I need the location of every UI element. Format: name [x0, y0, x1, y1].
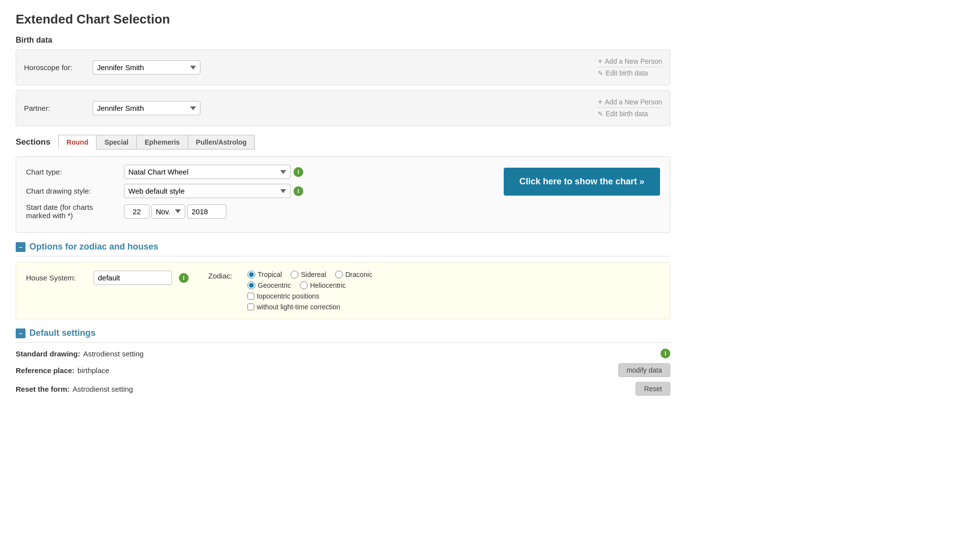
tropical-label: Tropical	[258, 271, 282, 278]
date-month-select[interactable]: Jan. Feb. Mar. Apr. May Jun. Jul. Aug. S…	[151, 204, 185, 219]
topocentric-label: topocentric positions	[257, 292, 319, 300]
chart-style-label: Chart drawing style:	[26, 187, 124, 195]
birth-data-label: Birth data	[16, 36, 670, 45]
date-day-input[interactable]	[124, 204, 149, 219]
plus-icon-2: +	[598, 98, 602, 106]
chart-type-select[interactable]: Natal Chart Wheel	[124, 165, 291, 179]
reset-form-label: Reset the form:	[16, 385, 70, 393]
chart-style-select[interactable]: Web default style	[124, 184, 291, 198]
standard-drawing-value: Astrodienst setting	[83, 350, 658, 358]
horoscope-row: Horoscope for: Jennifer Smith + Add a Ne…	[16, 50, 670, 85]
sections-header: Sections Round Special Ephemeris Pullen/…	[16, 135, 670, 150]
zodiac-options-col: Tropical Sidereal Draconic	[247, 271, 372, 311]
tab-special[interactable]: Special	[96, 135, 136, 150]
zodiac-section: Zodiac: Tropical Sidereal	[208, 271, 372, 311]
no-light-correction-label: without light-time correction	[257, 303, 340, 311]
reset-button[interactable]: Reset	[636, 382, 670, 396]
topocentric-option[interactable]: topocentric positions	[247, 292, 372, 300]
zodiac-houses-title: Options for zodiac and houses	[29, 242, 158, 252]
partner-actions: + Add a New Person ✎ Edit birth data	[598, 98, 662, 119]
heliocentric-label: Heliocentric	[310, 281, 346, 289]
draconic-radio[interactable]	[335, 271, 343, 278]
zodiac-label: Zodiac:	[208, 271, 238, 311]
partner-label: Partner:	[24, 104, 93, 112]
plus-icon-1: +	[598, 57, 602, 66]
house-system-label: House System:	[26, 274, 90, 282]
sections-config: Chart type: Natal Chart Wheel i Chart dr…	[16, 156, 670, 233]
zodiac-options-container: House System: default i Zodiac: Tropical	[26, 271, 660, 311]
draconic-option[interactable]: Draconic	[335, 271, 372, 278]
zodiac-houses-header: – Options for zodiac and houses	[16, 242, 670, 256]
reference-place-label: Reference place:	[16, 366, 74, 375]
horoscope-actions: + Add a New Person ✎ Edit birth data	[598, 57, 662, 78]
chart-type-label: Chart type:	[26, 168, 124, 176]
reference-place-value: birthplace	[77, 366, 599, 375]
tab-round[interactable]: Round	[58, 135, 96, 150]
no-light-correction-checkbox[interactable]	[247, 303, 254, 310]
edit-icon-1: ✎	[598, 70, 603, 77]
geocentric-option[interactable]: Geocentric	[247, 281, 291, 289]
sections-area: Sections Round Special Ephemeris Pullen/…	[16, 135, 670, 233]
page-title: Extended Chart Selection	[16, 12, 670, 27]
modify-data-button[interactable]: modify data	[618, 363, 670, 377]
zodiac-houses-section: – Options for zodiac and houses House Sy…	[16, 242, 670, 319]
start-date-label: Start date (for chartsmarked with *)	[26, 203, 124, 220]
zodiac-row-2: Geocentric Heliocentric	[247, 281, 372, 289]
tabs-container: Round Special Ephemeris Pullen/Astrolog	[58, 135, 255, 150]
reference-place-row: Reference place: birthplace modify data	[16, 363, 670, 377]
default-settings-header: – Default settings	[16, 328, 670, 343]
sidereal-radio[interactable]	[291, 271, 298, 278]
partner-select[interactable]: Jennifer Smith	[93, 101, 200, 115]
zodiac-row-1: Tropical Sidereal Draconic	[247, 271, 372, 278]
standard-drawing-info-icon[interactable]: i	[661, 349, 670, 358]
no-light-correction-option[interactable]: without light-time correction	[247, 303, 372, 311]
topocentric-checkbox[interactable]	[247, 293, 254, 300]
edit-icon-2: ✎	[598, 110, 603, 118]
house-system-select[interactable]: default	[94, 271, 172, 285]
heliocentric-radio[interactable]	[300, 281, 308, 289]
reset-form-row: Reset the form: Astrodienst setting Rese…	[16, 382, 670, 396]
chart-style-info-icon[interactable]: i	[294, 186, 303, 196]
draconic-label: Draconic	[345, 271, 372, 278]
date-year-input[interactable]	[187, 204, 226, 219]
house-system-row: House System: default i	[26, 271, 189, 285]
show-chart-button[interactable]: Click here to show the chart »	[504, 168, 660, 196]
standard-drawing-row: Standard drawing: Astrodienst setting i	[16, 349, 670, 358]
sidereal-label: Sidereal	[301, 271, 326, 278]
house-system-info-icon[interactable]: i	[179, 273, 189, 283]
edit-birth-data-link-2[interactable]: ✎ Edit birth data	[598, 110, 662, 119]
geocentric-label: Geocentric	[258, 281, 291, 289]
date-inputs: Jan. Feb. Mar. Apr. May Jun. Jul. Aug. S…	[124, 204, 226, 219]
start-date-row: Start date (for chartsmarked with *) Jan…	[26, 203, 484, 220]
chart-fields: Chart type: Natal Chart Wheel i Chart dr…	[26, 165, 484, 225]
reset-form-value: Astrodienst setting	[73, 385, 616, 393]
chart-style-row: Chart drawing style: Web default style i	[26, 184, 484, 198]
sections-label: Sections	[16, 137, 50, 147]
tab-pullen[interactable]: Pullen/Astrolog	[188, 135, 255, 150]
chart-type-row: Chart type: Natal Chart Wheel i	[26, 165, 484, 179]
standard-drawing-label: Standard drawing:	[16, 350, 80, 358]
tropical-option[interactable]: Tropical	[247, 271, 282, 278]
tab-ephemeris[interactable]: Ephemeris	[136, 135, 188, 150]
birth-data-section: Birth data Horoscope for: Jennifer Smith…	[16, 36, 670, 126]
default-settings-collapse-icon[interactable]: –	[16, 328, 25, 338]
chart-config-row: Chart type: Natal Chart Wheel i Chart dr…	[26, 165, 660, 225]
edit-birth-data-link-1[interactable]: ✎ Edit birth data	[598, 69, 662, 78]
zodiac-houses-content: House System: default i Zodiac: Tropical	[16, 262, 670, 319]
geocentric-radio[interactable]	[247, 281, 255, 289]
zodiac-collapse-icon[interactable]: –	[16, 242, 25, 252]
chart-type-info-icon[interactable]: i	[294, 167, 303, 177]
heliocentric-option[interactable]: Heliocentric	[300, 281, 346, 289]
add-new-person-link-2[interactable]: + Add a New Person	[598, 98, 662, 108]
tropical-radio[interactable]	[247, 271, 255, 278]
sidereal-option[interactable]: Sidereal	[291, 271, 326, 278]
default-settings-title: Default settings	[29, 328, 96, 338]
default-settings-section: – Default settings Standard drawing: Ast…	[16, 328, 670, 396]
horoscope-label: Horoscope for:	[24, 63, 93, 72]
horoscope-select[interactable]: Jennifer Smith	[93, 60, 200, 75]
partner-row: Partner: Jennifer Smith + Add a New Pers…	[16, 90, 670, 126]
add-new-person-link-1[interactable]: + Add a New Person	[598, 57, 662, 67]
